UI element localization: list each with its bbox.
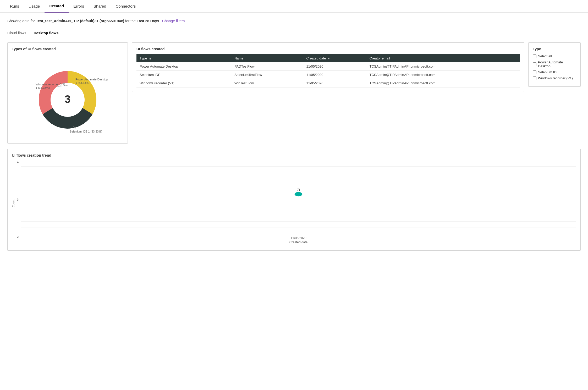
donut-chart-area: 3 Windows recorder (V1) 1 (33.33%) Power… xyxy=(12,55,123,139)
nav-shared[interactable]: Shared xyxy=(89,0,111,12)
filter-select-all[interactable]: Select all xyxy=(533,54,576,58)
col-name: Name xyxy=(231,54,303,62)
filter-windows-recorder[interactable]: Windows recorder (V1) xyxy=(533,76,576,80)
filter-prefix: Showing data for xyxy=(7,19,36,23)
cell-type: Selenium IDE xyxy=(136,71,231,79)
cell-created_date: 11/05/2020 xyxy=(303,71,366,79)
cell-creator_email: TCSAdmin@TIPAdminAPI.onmicrosoft.com xyxy=(366,71,520,79)
table-row: Power Automate DesktopPADTestFlow11/05/2… xyxy=(136,62,520,71)
cell-type: Windows recorder (V1) xyxy=(136,79,231,87)
donut-center-value: 3 xyxy=(64,93,70,105)
table-header-row: Type ⇅ Name Created date ∨ Creator email xyxy=(136,54,520,62)
table-row: Selenium IDESeleniumTestFlow11/05/2020TC… xyxy=(136,71,520,79)
cell-created_date: 11/05/2020 xyxy=(303,62,366,71)
trend-chart-svg-container: 3 11/06/2020 Created date xyxy=(21,161,576,246)
cell-name: PADTestFlow xyxy=(231,62,303,71)
filter-pad[interactable]: Power Automate Desktop xyxy=(533,60,576,68)
y-label-4: 4 xyxy=(17,161,19,164)
col-type[interactable]: Type ⇅ xyxy=(136,54,231,62)
data-point-dot xyxy=(295,192,303,196)
nav-created[interactable]: Created xyxy=(45,0,69,13)
filter-env: Test_test_AdminAPI_TIP (default)31 (org5… xyxy=(36,19,124,23)
trend-svg-wrapper: Count 4 3 2 3 xyxy=(12,161,576,246)
trend-chart-area: Count 4 3 2 3 xyxy=(12,161,576,246)
donut-label-pad-1: Power Automate Desktop xyxy=(75,78,108,81)
y-axis-numbers: 4 3 2 xyxy=(17,161,21,246)
donut-label-pad-2: 1 (33.33%) xyxy=(75,81,90,84)
cell-creator_email: TCSAdmin@TIPAdminAPI.onmicrosoft.com xyxy=(366,62,520,71)
trend-chart-title: UI flows creation trend xyxy=(12,153,576,157)
select-all-label: Select all xyxy=(538,54,552,58)
type-filter-card: Type Select all Power Automate Desktop S… xyxy=(528,42,581,87)
col-created-date[interactable]: Created date ∨ xyxy=(303,54,366,62)
windows-recorder-label: Windows recorder (V1) xyxy=(538,76,573,80)
donut-label-selenium-1: Selenium IDE 1 (33.33%) xyxy=(70,130,102,133)
donut-chart-title: Types of UI flows created xyxy=(12,47,123,51)
checkbox-select-all[interactable] xyxy=(533,54,536,58)
y-label-2: 2 xyxy=(17,235,19,238)
filter-selenium[interactable]: Selenium IDE xyxy=(533,70,576,74)
sub-tab-bar: Cloud flows Desktop flows xyxy=(7,29,581,37)
donut-label-windows-2: 1 (33.33%) xyxy=(36,86,50,89)
table-card: UI flows created Type ⇅ Name Created dat… xyxy=(132,42,524,92)
change-filters-link[interactable]: Change filters xyxy=(162,19,185,23)
nav-connectors[interactable]: Connectors xyxy=(111,0,140,12)
nav-errors[interactable]: Errors xyxy=(69,0,89,12)
cell-type: Power Automate Desktop xyxy=(136,62,231,71)
pad-label: Power Automate Desktop xyxy=(538,60,576,68)
donut-svg: 3 Windows recorder (V1) 1 (33.33%) Power… xyxy=(23,55,112,139)
filter-middle: for the xyxy=(125,19,137,23)
table-row: Windows recorder (V1)WinTestFlow11/05/20… xyxy=(136,79,520,87)
col-creator-email: Creator email xyxy=(366,54,520,62)
cell-name: WinTestFlow xyxy=(231,79,303,87)
donut-label-windows-1: Windows recorder (V1) xyxy=(36,83,65,86)
trend-chart-card: UI flows creation trend Count 4 3 2 xyxy=(7,149,581,251)
checkbox-selenium[interactable] xyxy=(533,70,536,74)
trend-svg: 3 xyxy=(21,161,576,234)
filter-description: Showing data for Test_test_AdminAPI_TIP … xyxy=(7,19,581,23)
filter-title: Type xyxy=(533,47,576,51)
checkbox-windows-recorder[interactable] xyxy=(533,76,536,80)
flows-table: Type ⇅ Name Created date ∨ Creator email xyxy=(136,54,520,87)
donut-chart-card: Types of UI flows created xyxy=(7,42,128,144)
cell-creator_email: TCSAdmin@TIPAdminAPI.onmicrosoft.com xyxy=(366,79,520,87)
x-axis-title: Created date xyxy=(289,240,307,244)
nav-usage[interactable]: Usage xyxy=(24,0,45,12)
filter-suffix: . xyxy=(160,19,161,23)
x-label-date: 11/06/2020 xyxy=(291,236,306,240)
top-nav: Runs Usage Created Errors Shared Connect… xyxy=(0,0,588,13)
cell-created_date: 11/05/2020 xyxy=(303,79,366,87)
y-label-3: 3 xyxy=(17,198,19,201)
tab-cloud-flows[interactable]: Cloud flows xyxy=(7,29,26,37)
x-axis-labels: 11/06/2020 Created date xyxy=(21,236,576,246)
data-label-3: 3 xyxy=(296,188,300,192)
tab-desktop-flows[interactable]: Desktop flows xyxy=(34,29,58,37)
sort-icon-type: ⇅ xyxy=(149,57,151,60)
nav-runs[interactable]: Runs xyxy=(5,0,24,12)
checkbox-pad[interactable] xyxy=(533,62,536,66)
table-title: UI flows created xyxy=(136,47,520,51)
page-content: Showing data for Test_test_AdminAPI_TIP … xyxy=(0,13,588,257)
cell-name: SeleniumTestFlow xyxy=(231,71,303,79)
selenium-label: Selenium IDE xyxy=(538,70,559,74)
filter-period: Last 28 Days xyxy=(137,19,159,23)
panels-row: Types of UI flows created xyxy=(7,42,581,144)
y-axis-label: Count xyxy=(12,200,15,207)
sort-icon-date: ∨ xyxy=(328,57,330,60)
